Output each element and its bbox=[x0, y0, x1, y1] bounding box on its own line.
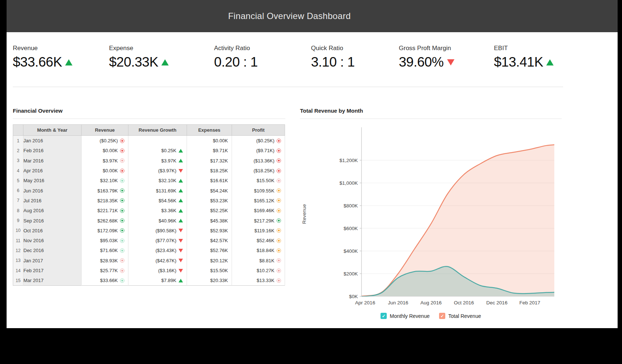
kpi-card-expense: Expense$20.33K bbox=[109, 45, 169, 70]
bullseye-icon-red bbox=[120, 169, 124, 173]
expenses-cell-content: $52.25K bbox=[187, 208, 232, 213]
legend-checkbox-monthly-revenue[interactable]: ✓ bbox=[381, 313, 387, 319]
row-number: 6 bbox=[13, 185, 23, 195]
table-row[interactable]: 5May 2016$32.10K$32.10K$16.61K$15.50K bbox=[13, 176, 285, 185]
profit-cell: $217.29K bbox=[232, 215, 285, 225]
month-cell: Aug 2016 bbox=[23, 206, 82, 215]
expenses-cell: $52.25K bbox=[187, 206, 232, 215]
revenue-value: $218.35K bbox=[97, 198, 118, 203]
bullseye-icon-pale-red bbox=[277, 179, 281, 183]
kpi-label: Quick Ratio bbox=[311, 45, 355, 52]
table-row[interactable]: 14Feb 2017$25.77K($3.16K)$15.50K$10.27K bbox=[13, 266, 285, 275]
expenses-value: $0.00K bbox=[213, 138, 228, 143]
revenue-cell-content: $0.00K bbox=[82, 148, 128, 153]
row-number: 2 bbox=[13, 146, 23, 155]
table-row[interactable]: 3Mar 2016$3.97K$3.97K$17.32K($13.36K) bbox=[13, 156, 285, 166]
revenue-cell-content: $33.66K bbox=[82, 278, 128, 283]
x-tick-label: Aug 2016 bbox=[420, 300, 442, 305]
status-icon-slot bbox=[276, 209, 281, 213]
row-number: 4 bbox=[13, 166, 23, 176]
legend-item-total-revenue[interactable]: ✓Total Revenue bbox=[439, 313, 481, 319]
kpi-value: $33.66K bbox=[13, 55, 62, 70]
status-icon-slot bbox=[120, 179, 124, 183]
table-row[interactable]: 12Dec 2016$71.60K($23.43K)$52.76K$18.84K bbox=[13, 245, 285, 255]
growth-cell-content: $32.10K bbox=[128, 178, 187, 183]
bullseye-icon-green bbox=[120, 209, 124, 213]
column-header-profit: Profit bbox=[232, 125, 285, 136]
revenue-growth-cell bbox=[128, 136, 187, 146]
y-tick-label: $1,000K bbox=[340, 180, 358, 186]
profit-value: $18.84K bbox=[257, 248, 274, 253]
revenue-cell: $221.71K bbox=[82, 206, 128, 215]
page-title: Financial Overview Dashboard bbox=[228, 11, 396, 21]
status-icon-slot bbox=[276, 169, 281, 173]
status-icon-slot bbox=[120, 218, 124, 223]
revenue-cell: $33.66K bbox=[82, 275, 128, 286]
profit-cell-content: $8.81K bbox=[232, 258, 285, 263]
revenue-value: $3.97K bbox=[103, 158, 118, 164]
revenue-cell: $28.93K bbox=[82, 256, 128, 266]
column-header-month-year: Month & Year bbox=[23, 125, 82, 136]
bullseye-icon-pale-red bbox=[120, 158, 124, 163]
table-row[interactable]: 15Mar 2017$33.66K$7.89K$20.33K$13.33K bbox=[13, 275, 285, 286]
y-tick-label: $600K bbox=[344, 226, 358, 231]
expenses-cell-content: $15.50K bbox=[187, 268, 232, 273]
revenue-value: $0.00K bbox=[103, 168, 118, 173]
revenue-growth-cell: $0.25K bbox=[128, 146, 187, 155]
status-icon-slot bbox=[276, 218, 281, 223]
bullseye-icon-green bbox=[277, 218, 281, 223]
bullseye-icon-pale-red bbox=[277, 258, 281, 263]
table-row[interactable]: 1Jan 2016($0.25K)$0.00K($0.25K) bbox=[13, 136, 285, 146]
month-cell: Mar 2017 bbox=[23, 275, 82, 286]
revenue-cell-content: $95.03K bbox=[82, 238, 128, 243]
profit-value: $52.46K bbox=[257, 238, 274, 243]
table-row[interactable]: 2Feb 2016$0.00K$0.25K$9.71K($9.71K) bbox=[13, 146, 285, 155]
chart-panel-underline bbox=[300, 119, 562, 119]
expenses-cell-content: $54.24K bbox=[187, 188, 232, 194]
legend-checkbox-total-revenue[interactable]: ✓ bbox=[439, 313, 445, 319]
profit-value: $13.33K bbox=[257, 278, 274, 283]
expenses-cell-content: $53.23K bbox=[187, 198, 232, 203]
table-row[interactable]: 10Oct 2016$172.09K($90.58K)$52.93K$119.1… bbox=[13, 226, 285, 236]
trend-icon-slot bbox=[178, 219, 183, 222]
status-icon-slot bbox=[276, 139, 281, 143]
legend-item-monthly-revenue[interactable]: ✓Monthly Revenue bbox=[381, 313, 430, 319]
y-tick-label: $400K bbox=[344, 248, 358, 254]
kpi-label: Gross Proft Margin bbox=[399, 45, 454, 52]
table-row[interactable]: 4Apr 2016$0.00K($3.97K)$18.25K($18.25K) bbox=[13, 166, 285, 176]
growth-value: $7.89K bbox=[161, 278, 176, 283]
revenue-value: $95.03K bbox=[100, 238, 118, 243]
month-cell: Nov 2016 bbox=[23, 236, 82, 245]
growth-cell-content: $3.36K bbox=[128, 208, 187, 213]
profit-value: $217.29K bbox=[254, 218, 274, 224]
table-row[interactable]: 11Nov 2016$95.03K($77.07K)$42.57K$52.46K bbox=[13, 236, 285, 245]
table-row[interactable]: 6Jun 2016$163.79K$131.69K$54.24K$109.55K bbox=[13, 185, 285, 195]
expenses-value: $17.32K bbox=[210, 158, 228, 164]
row-number: 10 bbox=[13, 226, 23, 236]
revenue-growth-cell: ($90.58K) bbox=[128, 226, 187, 236]
table-header-row: Month & YearRevenueRevenue GrowthExpense… bbox=[13, 125, 285, 136]
chart-legend: ✓Monthly Revenue✓Total Revenue bbox=[300, 313, 562, 319]
kpi-value-row: 0.20 : 1 bbox=[214, 55, 258, 70]
growth-cell-content: $0.25K bbox=[128, 148, 187, 153]
table-row[interactable]: 7Jul 2016$218.35K$54.56K$53.23K$165.12K bbox=[13, 196, 285, 206]
table-row[interactable]: 9Sep 2016$262.68K$40.96K$45.38K$217.29K bbox=[13, 215, 285, 225]
month-cell: Jun 2016 bbox=[23, 185, 82, 195]
row-number: 12 bbox=[13, 245, 23, 255]
kpi-card-revenue: Revenue$33.66K bbox=[13, 45, 72, 70]
revenue-value: $33.66K bbox=[100, 278, 118, 283]
profit-value: $165.12K bbox=[254, 198, 274, 203]
status-icon-slot bbox=[120, 258, 124, 263]
table-row[interactable]: 13Jan 2017$28.93K($42.67K)$20.12K$8.81K bbox=[13, 256, 285, 266]
expenses-value: $54.24K bbox=[210, 188, 228, 194]
trend-icon-slot bbox=[178, 169, 183, 173]
growth-cell-content: $131.69K bbox=[128, 188, 187, 194]
table-row[interactable]: 8Aug 2016$221.71K$3.36K$52.25K$169.46K bbox=[13, 206, 285, 215]
profit-cell-content: ($9.71K) bbox=[232, 148, 285, 153]
revenue-cell-content: $172.09K bbox=[82, 228, 128, 233]
bullseye-icon-yellow bbox=[277, 209, 281, 213]
trend-up-icon bbox=[161, 59, 169, 65]
expenses-cell: $53.23K bbox=[187, 196, 232, 206]
trend-down-icon bbox=[179, 239, 183, 243]
revenue-cell: $32.10K bbox=[82, 176, 128, 185]
